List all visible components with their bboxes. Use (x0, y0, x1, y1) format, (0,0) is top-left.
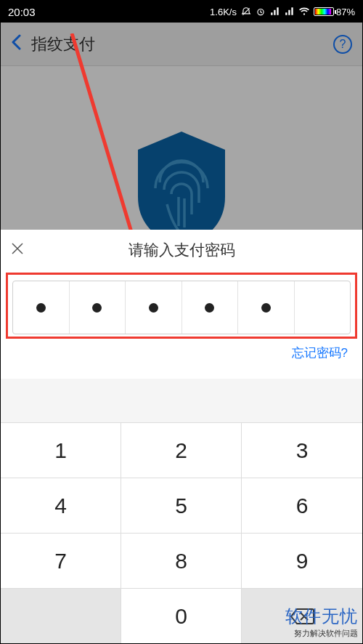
close-icon (11, 242, 24, 255)
forgot-password-row: 忘记密码? (1, 339, 362, 379)
key-9[interactable]: 9 (242, 533, 362, 588)
battery-icon (314, 7, 334, 16)
password-digit-4 (182, 281, 239, 334)
watermark: 软件无忧 努力解决软件问题 (285, 605, 358, 639)
dot-icon (205, 303, 214, 313)
key-2[interactable]: 2 (121, 422, 242, 478)
sheet-gap (1, 379, 362, 422)
watermark-title: 软件无忧 (285, 605, 358, 628)
modal-title: 请输入支付密码 (33, 240, 352, 260)
dot-icon (149, 303, 158, 313)
key-4[interactable]: 4 (1, 478, 121, 533)
key-blank (1, 588, 121, 643)
password-modal: 请输入支付密码 忘记密码? 1 2 3 4 5 6 7 8 9 0 (1, 230, 362, 643)
modal-header: 请输入支付密码 (1, 230, 362, 270)
password-input[interactable] (12, 281, 351, 334)
password-digit-3 (126, 281, 182, 334)
dot-icon (36, 303, 46, 313)
key-6[interactable]: 6 (242, 478, 362, 533)
password-digit-5 (238, 281, 295, 334)
mute-icon (241, 7, 251, 17)
dot-icon (261, 303, 271, 313)
password-digit-1 (13, 281, 70, 334)
key-7[interactable]: 7 (1, 533, 121, 588)
signal-icon-2 (285, 7, 295, 17)
key-3[interactable]: 3 (242, 422, 362, 478)
key-1[interactable]: 1 (1, 422, 121, 478)
status-bar: 20:03 1.6K/s 87% (1, 1, 362, 23)
status-net-speed: 1.6K/s (210, 7, 237, 17)
forgot-password-link[interactable]: 忘记密码? (292, 346, 348, 360)
key-5[interactable]: 5 (121, 478, 242, 533)
status-time: 20:03 (8, 6, 36, 18)
alarm-icon (256, 7, 266, 17)
signal-icon-1 (270, 7, 280, 17)
battery-pct: 87% (336, 7, 355, 17)
dot-icon (92, 303, 102, 313)
battery-indicator: 87% (314, 7, 355, 17)
password-digit-2 (70, 281, 126, 334)
close-button[interactable] (11, 241, 33, 259)
password-digit-6 (295, 281, 351, 334)
wifi-icon (299, 7, 309, 17)
password-input-wrap (1, 270, 362, 339)
key-0[interactable]: 0 (121, 588, 242, 643)
key-8[interactable]: 8 (121, 533, 242, 588)
watermark-subtitle: 努力解决软件问题 (285, 628, 358, 639)
